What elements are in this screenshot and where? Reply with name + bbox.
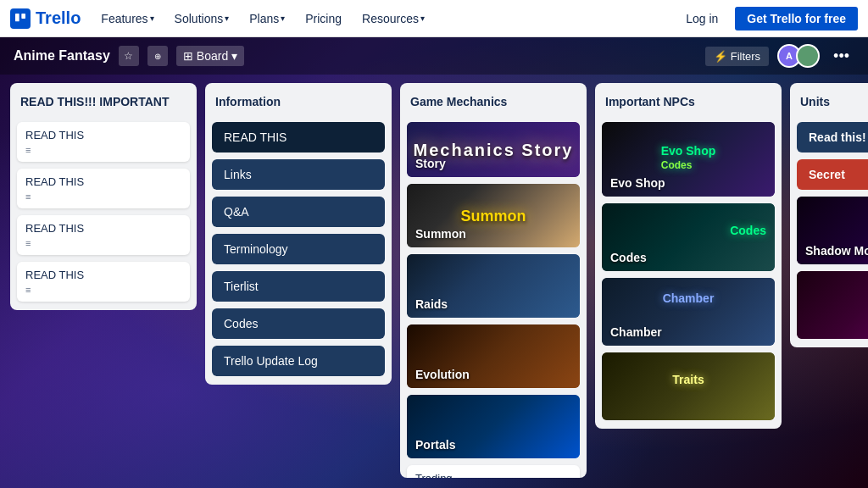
column-header-game-mechanics: Game Mechanics: [407, 92, 580, 115]
navbar: Trello Features Solutions Plans Pricing …: [0, 0, 868, 37]
npc-card-chamber[interactable]: Chamber Chamber: [602, 278, 775, 346]
filter-icon: ⚡: [714, 50, 727, 63]
gm-card-portals[interactable]: Portals: [407, 395, 580, 458]
chamber-overlay-text: Chamber: [663, 291, 715, 305]
npc-label-codes: Codes: [602, 244, 655, 271]
pricing-link[interactable]: Pricing: [298, 8, 348, 29]
star-icon[interactable]: ☆: [119, 46, 139, 66]
column-units: Units Read this! Secret Shadow Mona...: [790, 83, 868, 347]
column-information: Information READ THIS Links Q&A Terminol…: [205, 83, 392, 385]
column-game-mechanics: Game Mechanics Mechanics Story Story Sum…: [400, 83, 587, 478]
gm-card-trading[interactable]: Trading ≡: [407, 465, 580, 478]
codes-overlay-text: Codes: [730, 224, 766, 237]
info-card-qa[interactable]: Q&A: [212, 197, 385, 227]
board-view-switcher[interactable]: ⊞ Board ▾: [176, 46, 244, 66]
list-icon-2: ≡: [25, 191, 181, 202]
chevron-down-icon: ▾: [231, 49, 237, 63]
trello-logo[interactable]: Trello: [10, 8, 81, 29]
gm-label-evolution: Evolution: [407, 361, 478, 388]
resources-menu[interactable]: Resources: [355, 8, 431, 29]
trello-logo-icon: [10, 8, 31, 29]
svg-rect-0: [15, 14, 19, 21]
units-card-shadow-mona[interactable]: Shadow Mona...: [797, 197, 868, 264]
units-card-unit2[interactable]: [797, 271, 868, 339]
npc-card-evo-shop[interactable]: Evo ShopCodes Evo Shop: [602, 122, 775, 197]
filters-button[interactable]: ⚡ Filters: [705, 47, 769, 66]
column-header-information: Information: [212, 92, 385, 115]
login-button[interactable]: Log in: [676, 7, 728, 30]
column-header-npcs: Important NPCs: [602, 92, 775, 115]
board-view-label: Board: [197, 49, 228, 63]
column-read-this-important: READ THIS!!! IMPORTANT READ THIS ≡ READ …: [10, 83, 197, 310]
board-view-icon: ⊞: [183, 49, 193, 63]
card-read-this-2[interactable]: READ THIS ≡: [17, 169, 190, 208]
info-card-update-log[interactable]: Trello Update Log: [212, 346, 385, 376]
info-card-links[interactable]: Links: [212, 159, 385, 190]
column-header-units: Units: [797, 92, 868, 115]
list-icon-4: ≡: [25, 285, 181, 295]
npc-card-traits[interactable]: Traits: [602, 352, 775, 420]
more-button[interactable]: •••: [828, 47, 854, 65]
gm-card-raids[interactable]: Raids: [407, 254, 580, 318]
card-read-this-1[interactable]: READ THIS ≡: [17, 122, 190, 162]
get-trello-button[interactable]: Get Trello for free: [735, 7, 858, 30]
svg-rect-1: [21, 14, 25, 19]
gm-card-story[interactable]: Mechanics Story Story: [407, 122, 580, 177]
units-card-secret[interactable]: Secret: [797, 159, 868, 190]
units-card-read-this[interactable]: Read this!: [797, 122, 868, 152]
solutions-menu[interactable]: Solutions: [168, 8, 236, 29]
units-label-unit2: [797, 325, 814, 339]
npc-label-evo-shop: Evo Shop: [602, 169, 674, 197]
plans-menu[interactable]: Plans: [242, 8, 292, 29]
units-label-shadow-mona: Shadow Mona...: [797, 237, 868, 264]
list-icon-1: ≡: [25, 145, 181, 155]
info-card-read-this[interactable]: READ THIS: [212, 122, 385, 152]
card-read-this-3[interactable]: READ THIS ≡: [17, 215, 190, 255]
features-menu[interactable]: Features: [94, 8, 160, 29]
gm-card-summon[interactable]: Summon Summon: [407, 184, 580, 247]
gm-label-raids: Raids: [407, 291, 456, 318]
npc-label-traits: [602, 407, 619, 420]
npc-card-codes[interactable]: Codes Codes: [602, 203, 775, 271]
avatar-group: A: [777, 44, 820, 68]
visibility-icon[interactable]: ⊕: [147, 46, 168, 66]
info-card-terminology[interactable]: Terminology: [212, 234, 385, 264]
board-title: Anime Fantasy: [14, 48, 110, 64]
column-header-read-this: READ THIS!!! IMPORTANT: [17, 92, 190, 115]
board-area: READ THIS!!! IMPORTANT READ THIS ≡ READ …: [0, 75, 868, 488]
info-card-codes[interactable]: Codes: [212, 308, 385, 339]
gm-label-story: Story: [407, 150, 454, 177]
gm-label-portals: Portals: [407, 431, 464, 458]
board-header: Anime Fantasy ☆ ⊕ ⊞ Board ▾ ⚡ Filters A …: [0, 37, 868, 75]
evoshop-overlay-text: Evo ShopCodes: [661, 144, 716, 171]
avatar-2[interactable]: [796, 44, 820, 68]
traits-overlay-text: Traits: [672, 373, 704, 386]
info-card-tierlist[interactable]: Tierlist: [212, 271, 385, 302]
gm-card-evolution[interactable]: Evolution: [407, 324, 580, 388]
card-read-this-4[interactable]: READ THIS ≡: [17, 262, 190, 302]
column-important-npcs: Important NPCs Evo ShopCodes Evo Shop Co…: [595, 83, 782, 429]
list-icon-3: ≡: [25, 238, 181, 248]
npc-label-chamber: Chamber: [602, 319, 670, 346]
trello-logo-text: Trello: [36, 8, 81, 28]
gm-label-summon: Summon: [407, 220, 475, 247]
